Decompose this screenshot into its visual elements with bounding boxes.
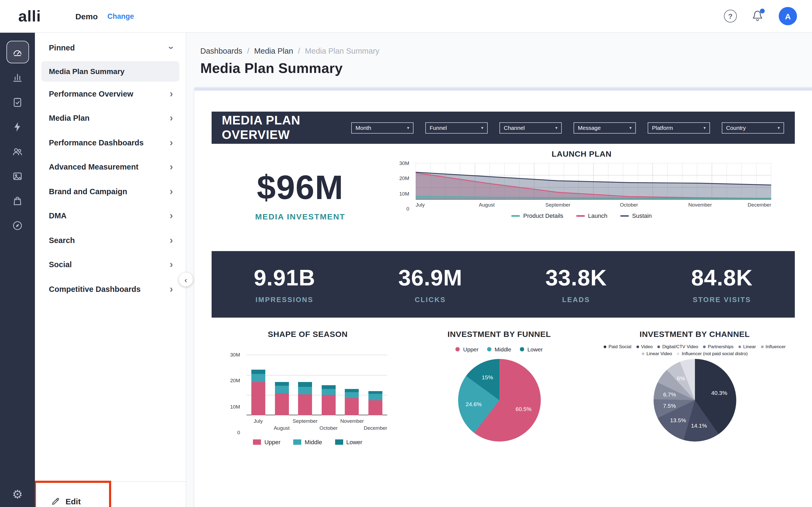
kpi-store-visits: 84.8KSTORE VISITS [649, 265, 795, 304]
legend-label: Video [641, 344, 653, 349]
caret-down-icon: ▾ [407, 125, 409, 130]
x-tick-label: August [479, 202, 495, 208]
y-tick-label: 10M [399, 190, 409, 196]
rail-item-automation[interactable] [7, 116, 28, 137]
breadcrumb-dashboards[interactable]: Dashboards [200, 47, 242, 55]
filter-country[interactable]: Country▾ [722, 122, 784, 133]
chevron-right-icon: › [170, 260, 173, 270]
sidebar-item-performance-overview[interactable]: Performance Overview› [35, 81, 186, 106]
legend-swatch [703, 345, 706, 348]
sidebar-item-media-plan[interactable]: Media Plan› [35, 106, 186, 130]
filter-label: Channel [504, 124, 525, 131]
bar-segment-upper [322, 395, 336, 415]
breadcrumb-separator: / [298, 47, 300, 55]
rail-item-charts[interactable] [7, 66, 28, 88]
investment-by-channel-chart: INVESTMENT BY CHANNEL Paid SocialVideoDi… [602, 329, 787, 445]
legend-item-upper: Upper [456, 346, 478, 352]
x-tick-label: July [416, 202, 425, 208]
x-tick-label: November [688, 202, 712, 208]
sidebar-item-competitive-dashboards[interactable]: Competitive Dashboards› [35, 277, 186, 301]
help-icon[interactable]: ? [724, 10, 737, 22]
rail-item-shopping[interactable] [7, 190, 28, 211]
filter-channel[interactable]: Channel▾ [499, 122, 562, 133]
filter-funnel[interactable]: Funnel▾ [425, 122, 488, 133]
sidebar-item-advanced-measurement[interactable]: Advanced Measurement› [35, 155, 186, 179]
settings-gear-icon[interactable]: ⚙ [12, 488, 22, 502]
sidebar-item-performance-dashboards[interactable]: Performance Dashboards› [35, 130, 186, 155]
kpi-value: 33.8K [503, 265, 649, 291]
kpi-impressions: 9.91BIMPRESSIONS [212, 265, 357, 304]
x-tick-label: December [748, 202, 771, 208]
pie-label-video: 14.1% [691, 422, 707, 429]
icon-rail: ⚙ [0, 32, 35, 507]
bar-segment-lower [322, 385, 336, 389]
legend-swatch [604, 345, 606, 348]
legend-swatch [576, 215, 585, 217]
breadcrumb-media-plan[interactable]: Media Plan [254, 47, 293, 55]
sidebar-collapse-button[interactable]: ‹ [179, 273, 193, 286]
sidebar-item-label: Advanced Measurement [49, 163, 139, 171]
y-tick-label: 0 [406, 206, 409, 212]
bar-segment-upper [368, 400, 383, 415]
filter-message[interactable]: Message▾ [573, 122, 636, 133]
legend-swatch [657, 345, 660, 348]
rail-item-creative[interactable] [7, 165, 28, 187]
bar-segment-middle [251, 374, 265, 382]
y-tick-label: 0 [237, 430, 240, 435]
filter-label: Platform [652, 124, 673, 131]
legend-swatch [512, 215, 520, 217]
change-workspace-link[interactable]: Change [107, 12, 134, 20]
rail-item-dashboard[interactable] [6, 41, 29, 63]
caret-down-icon: ▾ [481, 125, 483, 130]
sidebar-item-search[interactable]: Search› [35, 228, 186, 252]
filter-platform[interactable]: Platform▾ [648, 122, 710, 133]
sidebar-divider [35, 481, 186, 482]
legend-item-partnerships: Partnerships [703, 344, 733, 349]
bar-segment-upper [345, 398, 359, 415]
shape-of-season-xaxis: JulyAugustSeptemberOctoberNovemberDecemb… [247, 416, 387, 433]
sidebar-item-social[interactable]: Social› [35, 252, 186, 277]
media-investment-label: MEDIA INVESTMENT [255, 212, 345, 221]
sidebar-item-dma[interactable]: DMA› [35, 204, 186, 228]
pie-label-partnerships: 7.5% [663, 402, 676, 409]
y-tick-label: 10M [230, 403, 240, 409]
funnel-legend: UpperMiddleLower [456, 346, 543, 352]
rail-item-reports[interactable] [7, 91, 28, 113]
x-tick-label: November [340, 418, 364, 424]
funnel-pie: 60.5%24.6%15% [458, 359, 541, 442]
sidebar-item-brand-and-campaign[interactable]: Brand and Campaign› [35, 179, 186, 204]
rail-item-audiences[interactable] [7, 140, 28, 162]
legend-item-upper: Upper [253, 439, 281, 445]
bar-segment-middle [345, 392, 359, 398]
avatar[interactable]: A [779, 7, 797, 25]
notifications-button[interactable] [752, 10, 764, 22]
dashboard-gauge-icon [12, 46, 23, 58]
workspace-name: Demo [75, 11, 98, 21]
sidebar-item-media-plan-summary[interactable]: Media Plan Summary [41, 61, 180, 81]
bar-september [298, 382, 312, 415]
x-tick-label: September [545, 202, 570, 208]
chevron-down-icon: › [166, 46, 176, 49]
overview-title: MEDIA PLAN OVERVIEW [222, 113, 351, 142]
shopping-bag-icon [12, 195, 23, 206]
pie-label-upper: 60.5% [516, 405, 532, 412]
kpi-value: 9.91B [212, 265, 357, 291]
edit-button[interactable]: Edit [51, 493, 81, 507]
breadcrumb: Dashboards / Media Plan / Media Plan Sum… [200, 47, 812, 55]
legend-label: Linear Video [647, 351, 672, 356]
investment-by-channel-title: INVESTMENT BY CHANNEL [640, 329, 750, 339]
sidebar-item-pinned[interactable]: Pinned › [35, 34, 186, 61]
pie-label-linear-video: 6% [677, 375, 685, 382]
shape-of-season-title: SHAPE OF SEASON [268, 329, 348, 339]
legend-label: Sustain [632, 213, 652, 219]
legend-swatch [253, 439, 261, 445]
media-investment-block: $96M MEDIA INVESTMENT [212, 144, 389, 242]
legend-swatch [620, 215, 629, 217]
sidebar-item-label: Social [49, 261, 72, 269]
filter-month[interactable]: Month▾ [351, 122, 413, 133]
rail-item-explore[interactable] [7, 215, 28, 236]
filter-bar: Month▾Funnel▾Channel▾Message▾Platform▾Co… [351, 122, 784, 133]
pie-label-digital-ctv-video: 13.5% [670, 416, 686, 423]
app-viewport: alli Demo Change ? A [0, 0, 812, 507]
legend-item-sustain: Sustain [620, 213, 652, 219]
